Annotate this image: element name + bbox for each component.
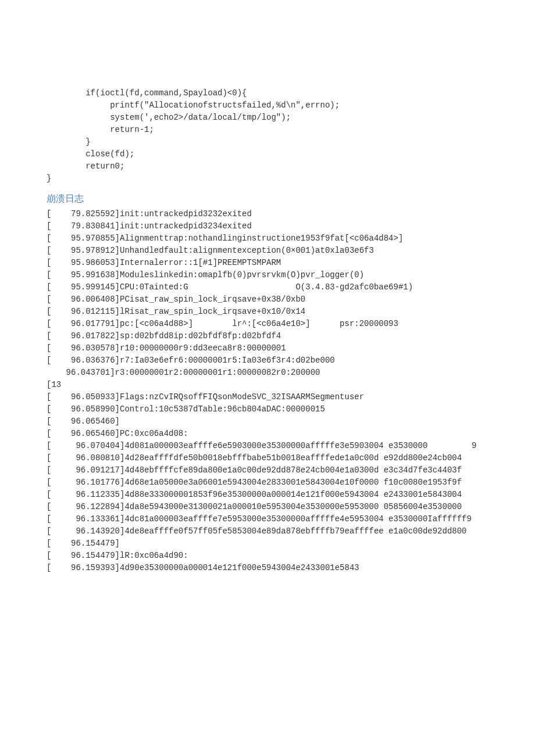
code-snippet: if(ioctl(fd,command,Spayload)<0){ printf…: [47, 87, 488, 185]
document-page: if(ioctl(fd,command,Spayload)<0){ printf…: [0, 0, 535, 609]
crash-log-body: [ 79.825592]init:untrackedpid3232exited …: [47, 208, 488, 574]
crash-log-heading: 崩溃日志: [47, 192, 488, 206]
